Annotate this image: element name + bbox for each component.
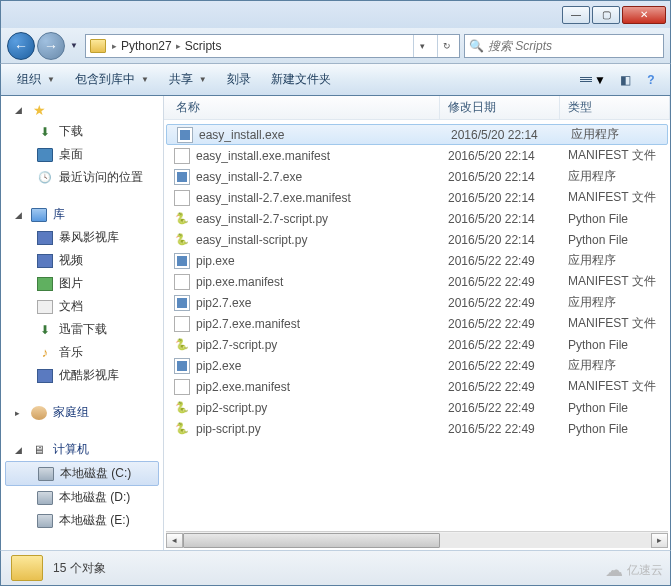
file-name: easy_install-script.py: [196, 233, 307, 247]
file-name: pip2.exe: [196, 359, 241, 373]
file-date: 2016/5/22 22:49: [440, 401, 560, 415]
computer-header[interactable]: ◢🖥计算机: [1, 438, 163, 461]
file-row[interactable]: easy_install-2.7.exe.manifest2016/5/20 2…: [164, 187, 670, 208]
file-name: pip2.7-script.py: [196, 338, 277, 352]
sidebar-item[interactable]: 本地磁盘 (D:): [1, 486, 163, 509]
file-date: 2016/5/22 22:49: [440, 422, 560, 436]
sidebar-item[interactable]: 桌面: [1, 143, 163, 166]
file-row[interactable]: pip2.exe.manifest2016/5/22 22:49MANIFEST…: [164, 376, 670, 397]
file-row[interactable]: easy_install-script.py2016/5/20 22:14Pyt…: [164, 229, 670, 250]
sidebar-item[interactable]: 文档: [1, 295, 163, 318]
share-menu[interactable]: 共享▼: [161, 68, 215, 91]
file-row[interactable]: pip2-script.py2016/5/22 22:49Python File: [164, 397, 670, 418]
sidebar-item[interactable]: 图片: [1, 272, 163, 295]
address-bar[interactable]: ▸ Python27 ▸ Scripts ▾ ↻: [85, 34, 460, 58]
scroll-track[interactable]: [183, 533, 651, 548]
sidebar-item[interactable]: 🕓最近访问的位置: [1, 166, 163, 189]
sidebar-item[interactable]: 优酷影视库: [1, 364, 163, 387]
file-name: pip2-script.py: [196, 401, 267, 415]
file-type: MANIFEST 文件: [560, 273, 670, 290]
column-name[interactable]: 名称: [164, 96, 440, 119]
sidebar-item[interactable]: 暴风影视库: [1, 226, 163, 249]
manifest-file-icon: [174, 274, 190, 290]
sidebar-item[interactable]: ⬇下载: [1, 120, 163, 143]
file-row[interactable]: pip.exe.manifest2016/5/22 22:49MANIFEST …: [164, 271, 670, 292]
star-icon: ★: [31, 103, 47, 117]
file-date: 2016/5/20 22:14: [440, 233, 560, 247]
new-folder-button[interactable]: 新建文件夹: [263, 68, 339, 91]
sidebar-item-label: 本地磁盘 (C:): [60, 465, 131, 482]
file-row[interactable]: pip2.7.exe2016/5/22 22:49应用程序: [164, 292, 670, 313]
file-row[interactable]: pip2.7-script.py2016/5/22 22:49Python Fi…: [164, 334, 670, 355]
include-in-library-menu[interactable]: 包含到库中▼: [67, 68, 157, 91]
help-button[interactable]: ?: [640, 69, 662, 91]
forward-button[interactable]: →: [37, 32, 65, 60]
watermark: ☁ 亿速云: [605, 559, 663, 581]
organize-menu[interactable]: 组织▼: [9, 68, 63, 91]
address-dropdown[interactable]: ▾: [413, 35, 431, 57]
folder-icon: [90, 39, 106, 53]
nav-buttons: ← → ▼: [7, 32, 81, 60]
exe-file-icon: [174, 253, 190, 269]
search-input[interactable]: [488, 39, 659, 53]
path-segment[interactable]: Python27: [121, 39, 172, 53]
sidebar-item[interactable]: 本地磁盘 (E:): [1, 509, 163, 532]
homegroup-icon: [31, 406, 47, 420]
file-date: 2016/5/20 22:14: [440, 149, 560, 163]
column-type[interactable]: 类型: [560, 96, 670, 119]
file-name: pip2.7.exe: [196, 296, 251, 310]
file-row[interactable]: easy_install-2.7.exe2016/5/20 22:14应用程序: [164, 166, 670, 187]
chevron-right-icon[interactable]: ▸: [176, 41, 181, 51]
file-row[interactable]: pip.exe2016/5/22 22:49应用程序: [164, 250, 670, 271]
file-date: 2016/5/22 22:49: [440, 254, 560, 268]
homegroup-group: ▸家庭组: [1, 401, 163, 424]
close-button[interactable]: ✕: [622, 6, 666, 24]
horizontal-scrollbar[interactable]: ◂ ▸: [166, 531, 668, 548]
library-icon: [31, 208, 47, 222]
sidebar-item-label: 文档: [59, 298, 83, 315]
nav-history-dropdown[interactable]: ▼: [67, 36, 81, 56]
folder-icon: [11, 555, 43, 581]
search-box[interactable]: 🔍: [464, 34, 664, 58]
preview-pane-button[interactable]: ◧: [614, 69, 636, 91]
homegroup-header[interactable]: ▸家庭组: [1, 401, 163, 424]
refresh-button[interactable]: ↻: [437, 35, 455, 57]
file-row[interactable]: easy_install-2.7-script.py2016/5/20 22:1…: [164, 208, 670, 229]
scroll-thumb[interactable]: [183, 533, 440, 548]
file-name: easy_install-2.7.exe: [196, 170, 302, 184]
file-date: 2016/5/20 22:14: [443, 128, 563, 142]
sidebar-item[interactable]: ♪音乐: [1, 341, 163, 364]
path-segment[interactable]: Scripts: [185, 39, 222, 53]
maximize-button[interactable]: ▢: [592, 6, 620, 24]
back-button[interactable]: ←: [7, 32, 35, 60]
libraries-header[interactable]: ◢库: [1, 203, 163, 226]
scroll-left-button[interactable]: ◂: [166, 533, 183, 548]
file-row[interactable]: easy_install.exe2016/5/20 22:14应用程序: [166, 124, 668, 145]
sidebar-item[interactable]: ⬇迅雷下载: [1, 318, 163, 341]
file-row[interactable]: pip-script.py2016/5/22 22:49Python File: [164, 418, 670, 439]
file-date: 2016/5/22 22:49: [440, 296, 560, 310]
scroll-right-button[interactable]: ▸: [651, 533, 668, 548]
py-file-icon: [174, 400, 190, 416]
view-options-button[interactable]: ▼: [576, 73, 610, 87]
manifest-file-icon: [174, 316, 190, 332]
column-date[interactable]: 修改日期: [440, 96, 560, 119]
exe-file-icon: [174, 295, 190, 311]
file-date: 2016/5/22 22:49: [440, 317, 560, 331]
minimize-button[interactable]: —: [562, 6, 590, 24]
file-row[interactable]: pip2.7.exe.manifest2016/5/22 22:49MANIFE…: [164, 313, 670, 334]
address-path: ▸ Python27 ▸ Scripts: [112, 39, 407, 53]
file-type: Python File: [560, 212, 670, 226]
file-type: Python File: [560, 401, 670, 415]
file-row[interactable]: pip2.exe2016/5/22 22:49应用程序: [164, 355, 670, 376]
titlebar: — ▢ ✕: [0, 0, 671, 28]
sidebar-item-label: 本地磁盘 (D:): [59, 489, 130, 506]
favorites-header[interactable]: ◢★: [1, 100, 163, 120]
file-row[interactable]: easy_install.exe.manifest2016/5/20 22:14…: [164, 145, 670, 166]
file-type: 应用程序: [560, 252, 670, 269]
sidebar-item[interactable]: 本地磁盘 (C:): [5, 461, 159, 486]
burn-button[interactable]: 刻录: [219, 68, 259, 91]
dl-icon: ⬇: [37, 323, 53, 337]
chevron-right-icon[interactable]: ▸: [112, 41, 117, 51]
sidebar-item[interactable]: 视频: [1, 249, 163, 272]
